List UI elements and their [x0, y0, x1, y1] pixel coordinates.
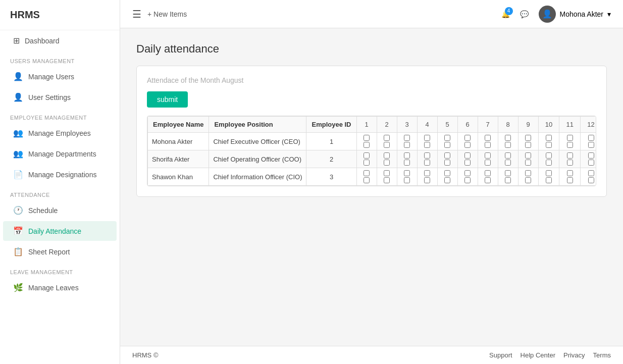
checkbox-row0-day8-1[interactable]	[525, 142, 531, 148]
checkbox-row1-day5-1[interactable]	[464, 160, 471, 166]
checkbox-row1-day4-0[interactable]	[444, 152, 450, 159]
checkbox-cell-row1-day0[interactable]	[356, 150, 377, 168]
checkbox-cell-row1-day10[interactable]	[559, 150, 581, 168]
checkbox-row2-day0-1[interactable]	[364, 177, 370, 183]
checkbox-cell-row2-day4[interactable]	[437, 168, 457, 186]
chat-icon[interactable]: 💬	[520, 10, 529, 18]
checkbox-row0-day9-0[interactable]	[546, 135, 552, 141]
checkbox-row1-day1-1[interactable]	[384, 160, 390, 166]
checkbox-cell-row1-day11[interactable]	[581, 150, 596, 168]
checkbox-cell-row2-day10[interactable]	[559, 168, 581, 186]
checkbox-cell-row0-day6[interactable]	[478, 133, 498, 150]
checkbox-row2-day5-1[interactable]	[464, 177, 471, 183]
checkbox-row0-day4-0[interactable]	[444, 135, 450, 141]
checkbox-cell-row0-day4[interactable]	[437, 133, 457, 150]
checkbox-cell-row0-day2[interactable]	[397, 133, 417, 150]
checkbox-row1-day1-0[interactable]	[384, 152, 390, 159]
checkbox-row2-day11-0[interactable]	[588, 170, 594, 176]
checkbox-cell-row2-day2[interactable]	[397, 168, 417, 186]
checkbox-row2-day10-0[interactable]	[567, 170, 573, 176]
checkbox-row1-day7-0[interactable]	[505, 152, 511, 159]
checkbox-row0-day2-1[interactable]	[404, 142, 410, 148]
checkbox-row0-day10-1[interactable]	[567, 142, 573, 148]
checkbox-row1-day0-1[interactable]	[364, 160, 370, 166]
checkbox-cell-row1-day1[interactable]	[377, 150, 397, 168]
checkbox-row2-day8-1[interactable]	[525, 177, 531, 183]
checkbox-row1-day6-0[interactable]	[485, 152, 491, 159]
checkbox-row0-day7-1[interactable]	[505, 142, 511, 148]
checkbox-row1-day3-0[interactable]	[424, 152, 430, 159]
checkbox-cell-row0-day8[interactable]	[518, 133, 538, 150]
checkbox-row2-day11-1[interactable]	[588, 177, 594, 183]
checkbox-row1-day6-1[interactable]	[485, 160, 491, 166]
checkbox-row0-day8-0[interactable]	[525, 135, 531, 141]
checkbox-row2-day2-1[interactable]	[404, 177, 410, 183]
checkbox-row2-day5-0[interactable]	[464, 170, 471, 176]
checkbox-row0-day10-0[interactable]	[567, 135, 573, 141]
checkbox-row1-day8-0[interactable]	[525, 152, 531, 159]
checkbox-cell-row1-day6[interactable]	[478, 150, 498, 168]
checkbox-row0-day6-0[interactable]	[485, 135, 491, 141]
checkbox-cell-row2-day1[interactable]	[377, 168, 397, 186]
notification-bell[interactable]: 🔔 4	[501, 10, 510, 18]
checkbox-row2-day3-1[interactable]	[424, 177, 430, 183]
checkbox-cell-row1-day4[interactable]	[437, 150, 457, 168]
checkbox-cell-row1-day7[interactable]	[498, 150, 518, 168]
checkbox-cell-row0-day1[interactable]	[377, 133, 397, 150]
checkbox-cell-row0-day11[interactable]	[581, 133, 596, 150]
checkbox-row1-day7-1[interactable]	[505, 160, 511, 166]
checkbox-cell-row2-day5[interactable]	[457, 168, 478, 186]
table-scroll-wrapper[interactable]: Employee Name Employee Position Employee…	[147, 116, 596, 186]
checkbox-row2-day10-1[interactable]	[567, 177, 573, 183]
sidebar-item-manage-leaves[interactable]: 🌿 Manage Leaves	[3, 278, 117, 297]
checkbox-row2-day7-0[interactable]	[505, 170, 511, 176]
checkbox-cell-row1-day3[interactable]	[417, 150, 437, 168]
checkbox-row0-day2-0[interactable]	[404, 135, 410, 141]
checkbox-row2-day6-1[interactable]	[485, 177, 491, 183]
checkbox-row0-day7-0[interactable]	[505, 135, 511, 141]
checkbox-cell-row2-day8[interactable]	[518, 168, 538, 186]
checkbox-row1-day3-1[interactable]	[424, 160, 430, 166]
sidebar-item-dashboard[interactable]: ⊞ Dashboard	[3, 31, 117, 50]
sidebar-item-user-settings[interactable]: 👤 User Settings	[3, 87, 117, 107]
sidebar-item-manage-users[interactable]: 👤 Manage Users	[3, 67, 117, 86]
checkbox-cell-row2-day6[interactable]	[478, 168, 498, 186]
checkbox-cell-row1-day2[interactable]	[397, 150, 417, 168]
checkbox-row2-day9-1[interactable]	[546, 177, 552, 183]
checkbox-cell-row2-day9[interactable]	[538, 168, 559, 186]
checkbox-cell-row0-day3[interactable]	[417, 133, 437, 150]
checkbox-cell-row1-day8[interactable]	[518, 150, 538, 168]
checkbox-row0-day5-0[interactable]	[464, 135, 471, 141]
sidebar-item-manage-designations[interactable]: 📄 Manage Designations	[3, 165, 117, 184]
checkbox-row1-day9-1[interactable]	[546, 160, 552, 166]
checkbox-row0-day3-0[interactable]	[424, 135, 430, 141]
checkbox-cell-row0-day7[interactable]	[498, 133, 518, 150]
checkbox-row1-day4-1[interactable]	[444, 160, 450, 166]
checkbox-row0-day9-1[interactable]	[546, 142, 552, 148]
checkbox-row2-day6-0[interactable]	[485, 170, 491, 176]
checkbox-row1-day0-0[interactable]	[364, 152, 370, 159]
checkbox-row0-day6-1[interactable]	[485, 142, 491, 148]
checkbox-row2-day4-1[interactable]	[444, 177, 450, 183]
checkbox-row2-day1-1[interactable]	[384, 177, 390, 183]
footer-link-privacy[interactable]: Privacy	[563, 351, 585, 359]
checkbox-row1-day10-0[interactable]	[567, 152, 573, 159]
footer-link-help-center[interactable]: Help Center	[521, 351, 555, 359]
user-menu[interactable]: 👤 Mohona Akter ▾	[539, 6, 611, 23]
checkbox-cell-row1-day9[interactable]	[538, 150, 559, 168]
sidebar-item-schedule[interactable]: 🕐 Schedule	[3, 200, 117, 220]
checkbox-row1-day8-1[interactable]	[525, 160, 531, 166]
checkbox-row1-day9-0[interactable]	[546, 152, 552, 159]
checkbox-cell-row1-day5[interactable]	[457, 150, 478, 168]
footer-link-support[interactable]: Support	[489, 351, 512, 359]
checkbox-row2-day9-0[interactable]	[546, 170, 552, 176]
checkbox-row0-day1-0[interactable]	[384, 135, 390, 141]
submit-button[interactable]: submit	[147, 91, 188, 108]
footer-link-terms[interactable]: Terms	[593, 351, 611, 359]
checkbox-row1-day11-0[interactable]	[588, 152, 594, 159]
sidebar-item-daily-attendance[interactable]: 📅 Daily Attendance	[3, 221, 117, 241]
checkbox-cell-row2-day0[interactable]	[356, 168, 377, 186]
checkbox-cell-row0-day5[interactable]	[457, 133, 478, 150]
checkbox-row0-day5-1[interactable]	[464, 142, 471, 148]
checkbox-cell-row0-day0[interactable]	[356, 133, 377, 150]
